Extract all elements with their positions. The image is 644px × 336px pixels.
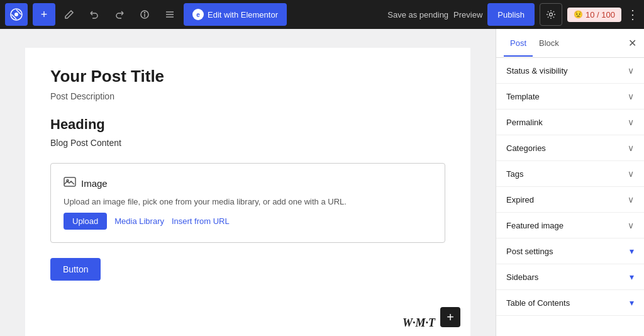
add-block-button[interactable]: +: [440, 307, 460, 327]
panel-item-chevron-icon: ∨: [628, 220, 634, 230]
sidebar-panel-item-0[interactable]: Status & visibility∨: [496, 58, 644, 84]
tab-block[interactable]: Block: [533, 31, 565, 57]
image-upload-description: Upload an image file, pick one from your…: [64, 197, 432, 206]
action-button[interactable]: Button: [50, 258, 101, 281]
sidebar-panel-item-6[interactable]: Featured image∨: [496, 213, 644, 238]
edit-with-elementor-button[interactable]: e Edit with Elementor: [184, 3, 287, 26]
panel-item-chevron-icon: ∨: [628, 169, 634, 179]
seo-score-badge: 😟 10 / 100: [567, 8, 621, 22]
panel-item-label: Template: [506, 92, 540, 101]
panel-item-chevron-icon: ∨: [628, 194, 634, 204]
sidebar-panel-item-1[interactable]: Template∨: [496, 84, 644, 109]
sidebar-panel-item-4[interactable]: Tags∨: [496, 161, 644, 187]
panel-item-label: Categories: [506, 143, 546, 153]
sidebar-tabs: Post Block ✕: [496, 29, 644, 58]
sidebar-panel-item-2[interactable]: Permalink∨: [496, 109, 644, 135]
svg-point-4: [145, 13, 145, 13]
image-block: Image Upload an image file, pick one fro…: [50, 163, 445, 243]
post-editor: Your Post Title Post Description Heading…: [25, 48, 470, 336]
media-library-link[interactable]: Media Library: [114, 216, 164, 226]
svg-point-8: [550, 13, 553, 16]
sidebar-panel-item-3[interactable]: Categories∨: [496, 135, 644, 161]
image-actions: Upload Media Library Insert from URL: [64, 213, 432, 230]
info-button[interactable]: [133, 3, 156, 26]
more-options-button[interactable]: ⋮: [626, 7, 639, 22]
wmt-watermark: W·M·T: [402, 316, 435, 330]
panel-item-chevron-icon: ▾: [630, 246, 634, 256]
sidebar-panel-item-9[interactable]: Table of Contents▾: [496, 290, 644, 316]
save-as-pending-button[interactable]: Save as pending: [387, 10, 448, 20]
blog-post-content[interactable]: Blog Post Content: [50, 138, 445, 148]
post-heading[interactable]: Heading: [50, 116, 445, 133]
edit-toolbar-button[interactable]: [58, 3, 80, 26]
panel-item-chevron-icon: ∨: [628, 91, 634, 101]
image-block-header: Image: [64, 176, 432, 191]
panel-item-label: Status & visibility: [506, 66, 568, 76]
panel-item-label: Featured image: [506, 221, 564, 230]
panel-item-chevron-icon: ▾: [630, 272, 634, 282]
panel-item-chevron-icon: ∨: [628, 65, 634, 76]
list-view-button[interactable]: [158, 3, 181, 26]
undo-button[interactable]: [83, 3, 106, 26]
sidebar-panel-item-5[interactable]: Expired∨: [496, 187, 644, 213]
elementor-icon: e: [192, 9, 204, 20]
svg-point-1: [14, 13, 18, 16]
panel-item-chevron-icon: ∨: [628, 117, 634, 127]
content-area: Your Post Title Post Description Heading…: [0, 29, 496, 336]
sidebar-close-button[interactable]: ✕: [628, 37, 636, 49]
panel-item-chevron-icon: ▾: [630, 298, 634, 308]
upload-button[interactable]: Upload: [64, 213, 107, 230]
preview-button[interactable]: Preview: [453, 10, 482, 20]
panel-item-label: Permalink: [506, 118, 543, 127]
panel-item-chevron-icon: ∨: [628, 143, 634, 153]
panel-item-label: Expired: [506, 195, 534, 204]
panel-item-label: Tags: [506, 169, 523, 179]
add-block-toolbar-button[interactable]: +: [33, 3, 55, 26]
panel-item-label: Post settings: [506, 247, 553, 256]
tab-post[interactable]: Post: [504, 31, 533, 57]
panel-item-label: Sidebars: [506, 272, 538, 282]
settings-button[interactable]: [540, 3, 562, 26]
main-layout: Your Post Title Post Description Heading…: [0, 29, 644, 336]
toolbar: + e Edit with Elementor: [0, 0, 644, 29]
post-title[interactable]: Your Post Title: [50, 67, 445, 86]
insert-from-url-link[interactable]: Insert from URL: [172, 216, 230, 226]
redo-button[interactable]: [108, 3, 131, 26]
toolbar-right: Save as pending Preview Publish 😟 10 / 1…: [387, 3, 639, 26]
image-block-label: Image: [81, 178, 108, 189]
sidebar-panel-item-8[interactable]: Sidebars▾: [496, 264, 644, 290]
post-description[interactable]: Post Description: [50, 91, 445, 101]
sidebar-panel-item-7[interactable]: Post settings▾: [496, 238, 644, 264]
panel-item-label: Table of Contents: [506, 298, 570, 308]
wp-logo: [5, 3, 28, 26]
sidebar-panel: Status & visibility∨Template∨Permalink∨C…: [496, 58, 644, 336]
right-sidebar: Post Block ✕ Status & visibility∨Templat…: [496, 29, 644, 336]
publish-button[interactable]: Publish: [487, 3, 535, 26]
image-icon: [64, 176, 76, 191]
